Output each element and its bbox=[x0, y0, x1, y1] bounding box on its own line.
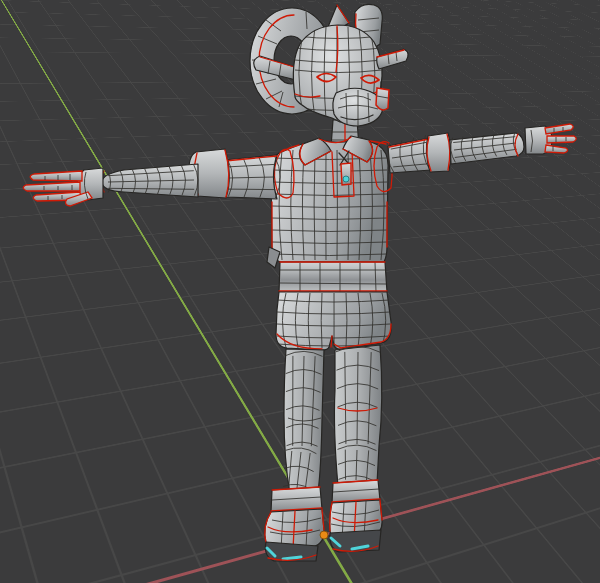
torso-shirt[interactable] bbox=[271, 136, 392, 262]
leg-right[interactable] bbox=[334, 345, 381, 486]
boot-left[interactable] bbox=[265, 509, 324, 561]
boot-cuff-right[interactable] bbox=[332, 480, 380, 503]
hand-left[interactable] bbox=[23, 168, 103, 206]
gem bbox=[343, 176, 349, 182]
arm-left[interactable] bbox=[23, 149, 280, 206]
leg-left[interactable] bbox=[283, 349, 324, 494]
origin-dot[interactable] bbox=[320, 531, 328, 539]
viewport-3d[interactable] bbox=[0, 0, 600, 583]
boot-right[interactable] bbox=[330, 500, 382, 552]
hand-right[interactable] bbox=[525, 124, 576, 154]
belt[interactable] bbox=[279, 262, 387, 292]
shorts[interactable] bbox=[276, 292, 391, 350]
cuff-right bbox=[426, 133, 450, 172]
arm-right[interactable] bbox=[388, 124, 576, 173]
character-mesh[interactable] bbox=[0, 0, 600, 583]
boot-cuff-left[interactable] bbox=[271, 487, 322, 512]
ear-right[interactable] bbox=[377, 49, 408, 69]
